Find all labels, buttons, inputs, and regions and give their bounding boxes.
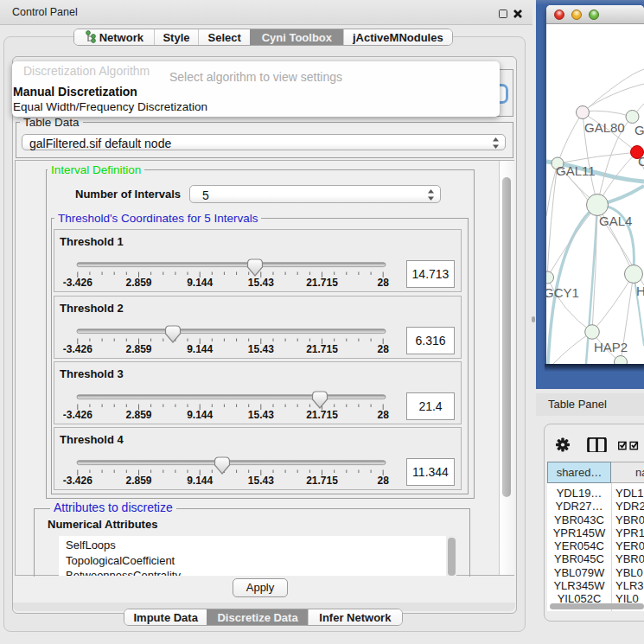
svg-text:28: 28: [378, 277, 390, 289]
svg-text:9.144: 9.144: [187, 409, 213, 421]
svg-text:2.859: 2.859: [125, 277, 151, 289]
svg-text:GCY1: GCY1: [546, 285, 579, 300]
svg-text:2.859: 2.859: [125, 343, 151, 355]
svg-text:28: 28: [378, 409, 390, 421]
svg-text:15.43: 15.43: [248, 277, 274, 289]
svg-text:2.859: 2.859: [125, 409, 151, 421]
svg-text:GAL4: GAL4: [599, 214, 632, 228]
svg-text:GAL11: GAL11: [556, 163, 596, 178]
svg-text:HAP2: HAP2: [594, 340, 628, 354]
svg-text:-3.426: -3.426: [63, 409, 92, 421]
svg-text:GA: GA: [634, 123, 644, 137]
svg-text:-3.426: -3.426: [63, 343, 92, 355]
svg-text:21.715: 21.715: [306, 475, 338, 487]
svg-text:15.43: 15.43: [248, 343, 274, 355]
svg-text:9.144: 9.144: [187, 475, 213, 487]
svg-text:-3.426: -3.426: [63, 277, 92, 289]
svg-text:C: C: [638, 154, 644, 169]
svg-text:21.715: 21.715: [306, 343, 338, 355]
svg-text:H: H: [636, 284, 644, 298]
svg-text:28: 28: [378, 343, 390, 355]
svg-text:28: 28: [378, 475, 390, 487]
svg-text:9.144: 9.144: [187, 343, 213, 355]
svg-text:21.715: 21.715: [306, 409, 338, 421]
svg-text:9.144: 9.144: [187, 277, 213, 289]
svg-text:15.43: 15.43: [248, 409, 274, 421]
svg-text:2.859: 2.859: [125, 475, 151, 487]
svg-text:-3.426: -3.426: [63, 475, 92, 487]
svg-text:15.43: 15.43: [248, 475, 274, 487]
svg-text:GAL80: GAL80: [584, 120, 625, 135]
svg-text:21.715: 21.715: [306, 277, 338, 289]
